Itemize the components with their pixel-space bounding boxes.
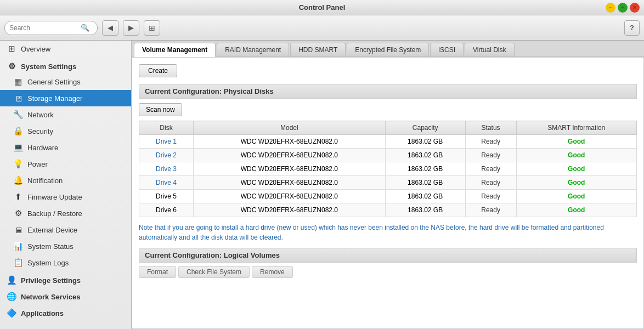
tab-raid-management[interactable]: RAID Management (217, 43, 289, 56)
logical-volumes-section-header: Current Configuration: Logical Volumes (139, 248, 637, 263)
network-icon: 🔧 (13, 110, 23, 120)
tab-encrypted-file-system[interactable]: Encrypted File System (347, 43, 429, 56)
disk-cell[interactable]: Drive 2 (139, 149, 194, 162)
disk-cell: Drive 6 (139, 203, 194, 217)
model-cell: WDC WD20EFRX-68EUZN082.0 (193, 190, 385, 203)
sidebar-item-external-device[interactable]: 🖥 External Device (0, 222, 131, 238)
sidebar-label-privilege-settings: Privilege Settings (21, 276, 81, 285)
col-disk: Disk (139, 121, 194, 135)
sidebar-label-security: Security (27, 127, 53, 135)
disk-link[interactable]: Drive 3 (156, 165, 177, 173)
tab-volume-management[interactable]: Volume Management (134, 43, 216, 57)
sidebar-item-storage-manager[interactable]: 🖥 Storage Manager (0, 90, 131, 106)
maximize-button[interactable]: + (618, 3, 628, 13)
format-button[interactable]: Format (139, 266, 176, 278)
table-row: Drive 6 WDC WD20EFRX-68EUZN082.0 1863.02… (139, 203, 637, 217)
table-row: Drive 3 WDC WD20EFRX-68EUZN082.0 1863.02… (139, 162, 637, 176)
physical-disks-section-header: Current Configuration: Physical Disks (139, 84, 637, 99)
disk-cell[interactable]: Drive 1 (139, 135, 194, 149)
forward-button[interactable]: ▶ (123, 20, 139, 36)
content-area: Volume Management RAID Management HDD SM… (132, 41, 644, 329)
logical-volumes-section: Current Configuration: Logical Volumes F… (139, 248, 637, 278)
disk-link[interactable]: Drive 4 (156, 179, 177, 186)
power-icon: 💡 (13, 159, 23, 169)
sidebar-item-power[interactable]: 💡 Power (0, 156, 131, 172)
col-capacity: Capacity (385, 121, 465, 135)
capacity-cell: 1863.02 GB (385, 190, 465, 203)
search-input[interactable] (9, 24, 81, 32)
close-button[interactable]: ✕ (630, 3, 640, 13)
smart-cell: Good (516, 176, 636, 190)
sidebar-item-general-settings[interactable]: ▦ General Settings (0, 73, 131, 90)
sidebar-item-notification[interactable]: 🔔 Notification (0, 172, 131, 189)
search-icon: 🔍 (81, 24, 89, 32)
disk-cell: Drive 5 (139, 190, 194, 203)
smart-cell: Good (516, 135, 636, 149)
sidebar-item-backup-restore[interactable]: ⚙ Backup / Restore (0, 205, 131, 222)
security-icon: 🔒 (13, 126, 23, 136)
sidebar-item-system-status[interactable]: 📊 System Status (0, 238, 131, 254)
applications-icon: 🔷 (7, 308, 16, 318)
disk-cell[interactable]: Drive 3 (139, 162, 194, 176)
smart-cell: Good (516, 190, 636, 203)
hardware-icon: 💻 (13, 143, 23, 152)
disk-link[interactable]: Drive 1 (156, 138, 177, 145)
table-row: Drive 1 WDC WD20EFRX-68EUZN082.0 1863.02… (139, 135, 637, 149)
general-settings-icon: ▦ (13, 77, 23, 87)
privilege-icon: 👤 (7, 275, 16, 285)
backup-icon: ⚙ (13, 208, 23, 218)
sidebar-item-applications[interactable]: 🔷 Applications (0, 304, 131, 320)
grid-button[interactable]: ⊞ (144, 20, 160, 36)
sidebar-label-firmware-update: Firmware Update (27, 193, 82, 201)
status-cell: Ready (465, 176, 516, 190)
sidebar-item-overview[interactable]: ⊞ Overview (0, 41, 131, 57)
help-button[interactable]: ? (624, 20, 640, 36)
sidebar-item-security[interactable]: 🔒 Security (0, 123, 131, 139)
tab-virtual-disk[interactable]: Virtual Disk (465, 43, 514, 56)
disk-link[interactable]: Drive 2 (156, 151, 177, 159)
notification-icon: 🔔 (13, 175, 23, 185)
sidebar-item-network[interactable]: 🔧 Network (0, 106, 131, 123)
sidebar: ⊞ Overview ⚙ System Settings ▦ General S… (0, 41, 132, 329)
action-buttons: Format Check File System Remove (139, 266, 637, 278)
model-cell: WDC WD20EFRX-68EUZN082.0 (193, 176, 385, 190)
capacity-cell: 1863.02 GB (385, 135, 465, 149)
overview-icon: ⊞ (7, 44, 16, 54)
sidebar-item-system-settings[interactable]: ⚙ System Settings (0, 57, 131, 73)
sidebar-label-notification: Notification (27, 177, 63, 185)
sidebar-item-firmware-update[interactable]: ⬆ Firmware Update (0, 189, 131, 205)
status-cell: Ready (465, 203, 516, 217)
tab-hdd-smart[interactable]: HDD SMART (290, 43, 346, 56)
disk-cell[interactable]: Drive 4 (139, 176, 194, 190)
capacity-cell: 1863.02 GB (385, 149, 465, 162)
search-box[interactable]: 🔍 (4, 21, 98, 35)
disk-table: Disk Model Capacity Status SMART Informa… (139, 121, 637, 217)
capacity-cell: 1863.02 GB (385, 203, 465, 217)
scan-now-button[interactable]: Scan now (139, 103, 182, 116)
minimize-button[interactable]: − (606, 3, 615, 13)
network-services-icon: 🌐 (7, 292, 16, 302)
remove-button[interactable]: Remove (252, 266, 293, 278)
title-bar: Control Panel − + ✕ (0, 0, 644, 15)
model-cell: WDC WD20EFRX-68EUZN082.0 (193, 149, 385, 162)
sidebar-label-system-logs: System Logs (27, 259, 69, 267)
sidebar-item-system-logs[interactable]: 📋 System Logs (0, 254, 131, 271)
model-cell: WDC WD20EFRX-68EUZN082.0 (193, 203, 385, 217)
smart-cell: Good (516, 149, 636, 162)
sidebar-item-hardware[interactable]: 💻 Hardware (0, 139, 131, 156)
create-button[interactable]: Create (139, 64, 177, 77)
check-file-system-button[interactable]: Check File System (178, 266, 250, 278)
back-button[interactable]: ◀ (102, 20, 118, 36)
tab-iscsi[interactable]: iSCSI (430, 43, 464, 56)
sidebar-item-network-services[interactable]: 🌐 Network Services (0, 287, 131, 304)
external-device-icon: 🖥 (13, 225, 23, 235)
storage-manager-icon: 🖥 (13, 93, 23, 103)
app-title: Control Panel (299, 3, 346, 12)
sidebar-label-backup-restore: Backup / Restore (27, 209, 82, 218)
note-text: Note that if you are going to install a … (139, 223, 637, 242)
sidebar-label-network-services: Network Services (21, 293, 80, 301)
col-smart: SMART Information (516, 121, 636, 135)
sidebar-label-external-device: External Device (27, 226, 77, 234)
system-logs-icon: 📋 (13, 258, 23, 268)
sidebar-item-privilege-settings[interactable]: 👤 Privilege Settings (0, 271, 131, 287)
